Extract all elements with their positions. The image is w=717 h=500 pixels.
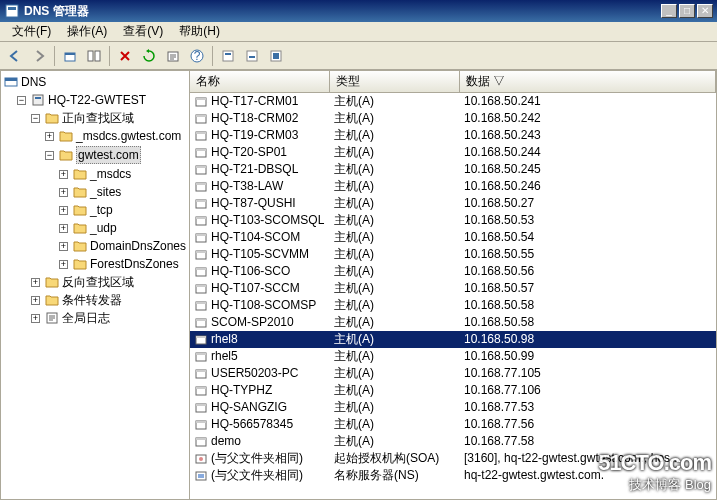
record-row[interactable]: HQ-T108-SCOMSP主机(A)10.168.50.58	[190, 297, 716, 314]
expand-icon[interactable]: +	[59, 260, 68, 269]
tree-reverse-zones[interactable]: +反向查找区域	[31, 273, 189, 291]
record-type: 起始授权机构(SOA)	[330, 450, 460, 467]
expand-icon[interactable]: +	[59, 170, 68, 179]
tree-zone-gwtest[interactable]: − gwtest.com	[45, 145, 189, 165]
column-name[interactable]: 名称	[190, 71, 330, 92]
expand-icon[interactable]: +	[59, 206, 68, 215]
record-name: HQ-T18-CRM02	[211, 110, 298, 127]
tree-global-logs[interactable]: +全局日志	[31, 309, 189, 327]
menu-help[interactable]: 帮助(H)	[171, 21, 228, 42]
record-data: 10.168.77.105	[460, 365, 716, 382]
record-name: HQ-T21-DBSQL	[211, 161, 298, 178]
record-row[interactable]: HQ-T107-SCCM主机(A)10.168.50.57	[190, 280, 716, 297]
record-row[interactable]: HQ-SANGZIG主机(A)10.168.77.53	[190, 399, 716, 416]
folder-icon	[72, 166, 88, 182]
record-name: HQ-T104-SCOM	[211, 229, 300, 246]
show-hide-button[interactable]	[83, 45, 105, 67]
maximize-button[interactable]: □	[679, 4, 695, 18]
tree-sub-domainzones[interactable]: +DomainDnsZones	[59, 237, 189, 255]
tree-msdcs-zone[interactable]: + _msdcs.gwtest.com	[45, 127, 189, 145]
refresh-button[interactable]	[138, 45, 160, 67]
menu-view[interactable]: 查看(V)	[115, 21, 171, 42]
record-row[interactable]: HQ-TYPHZ主机(A)10.168.77.106	[190, 382, 716, 399]
record-icon	[194, 248, 208, 262]
record-icon	[194, 197, 208, 211]
svg-rect-9	[223, 51, 233, 61]
record-row[interactable]: HQ-566578345主机(A)10.168.77.56	[190, 416, 716, 433]
record-type: 主机(A)	[330, 433, 460, 450]
collapse-icon[interactable]: −	[17, 96, 26, 105]
delete-button[interactable]	[114, 45, 136, 67]
expand-icon[interactable]: +	[45, 132, 54, 141]
record-type: 主机(A)	[330, 195, 460, 212]
record-row[interactable]: rhel5主机(A)10.168.50.99	[190, 348, 716, 365]
tree-root-dns[interactable]: DNS	[3, 73, 189, 91]
minimize-button[interactable]: _	[661, 4, 677, 18]
tree-conditional-forwarders[interactable]: +条件转发器	[31, 291, 189, 309]
forward-button[interactable]	[28, 45, 50, 67]
record-name: HQ-T87-QUSHI	[211, 195, 296, 212]
record-row[interactable]: HQ-T104-SCOM主机(A)10.168.50.54	[190, 229, 716, 246]
record-name: SCOM-SP2010	[211, 314, 294, 331]
tree-server[interactable]: − HQ-T22-GWTEST	[17, 91, 189, 109]
export-button[interactable]	[162, 45, 184, 67]
expand-icon[interactable]: +	[59, 188, 68, 197]
menu-action[interactable]: 操作(A)	[59, 21, 115, 42]
record-name: HQ-TYPHZ	[211, 382, 272, 399]
record-row[interactable]: HQ-T17-CRM01主机(A)10.168.50.241	[190, 93, 716, 110]
record-data: 10.168.50.56	[460, 263, 716, 280]
svg-rect-65	[198, 474, 204, 478]
collapse-icon[interactable]: −	[45, 151, 54, 160]
tree-sub-msdcs[interactable]: +_msdcs	[59, 165, 189, 183]
record-row[interactable]: USER50203-PC主机(A)10.168.77.105	[190, 365, 716, 382]
record-row[interactable]: HQ-T18-CRM02主机(A)10.168.50.242	[190, 110, 716, 127]
back-button[interactable]	[4, 45, 26, 67]
list-pane[interactable]: 名称 类型 数据 ▽ HQ-T17-CRM01主机(A)10.168.50.24…	[190, 70, 717, 500]
filter-button-1[interactable]	[217, 45, 239, 67]
svg-rect-45	[196, 302, 206, 304]
expand-icon[interactable]: +	[31, 278, 40, 287]
menu-file[interactable]: 文件(F)	[4, 21, 59, 42]
expand-icon[interactable]: +	[31, 296, 40, 305]
record-type: 主机(A)	[330, 314, 460, 331]
record-row[interactable]: HQ-T20-SP01主机(A)10.168.50.244	[190, 144, 716, 161]
help-button[interactable]: ?	[186, 45, 208, 67]
log-icon	[44, 310, 60, 326]
collapse-icon[interactable]: −	[31, 114, 40, 123]
column-type[interactable]: 类型	[330, 71, 460, 92]
record-row[interactable]: HQ-T21-DBSQL主机(A)10.168.50.245	[190, 161, 716, 178]
expand-icon[interactable]: +	[59, 224, 68, 233]
record-row[interactable]: HQ-T103-SCOMSQL主机(A)10.168.50.53	[190, 212, 716, 229]
folder-icon	[72, 256, 88, 272]
column-data[interactable]: 数据 ▽	[460, 71, 716, 92]
tree-sub-tcp[interactable]: +_tcp	[59, 201, 189, 219]
expand-icon[interactable]: +	[31, 314, 40, 323]
record-row[interactable]: HQ-T105-SCVMM主机(A)10.168.50.55	[190, 246, 716, 263]
filter-button-3[interactable]	[265, 45, 287, 67]
tree-sub-udp[interactable]: +_udp	[59, 219, 189, 237]
record-row[interactable]: rhel8主机(A)10.168.50.98	[190, 331, 716, 348]
title-bar: DNS 管理器 _ □ ✕	[0, 0, 717, 22]
tree-forward-zones[interactable]: − 正向查找区域	[31, 109, 189, 127]
up-button[interactable]	[59, 45, 81, 67]
record-name: HQ-T106-SCO	[211, 263, 290, 280]
tree-pane[interactable]: DNS − HQ-T22-GWTEST	[0, 70, 190, 500]
tree-sub-forestzones[interactable]: +ForestDnsZones	[59, 255, 189, 273]
folder-icon	[44, 110, 60, 126]
svg-rect-59	[196, 421, 206, 423]
record-row[interactable]: demo主机(A)10.168.77.58	[190, 433, 716, 450]
record-row[interactable]: SCOM-SP2010主机(A)10.168.50.58	[190, 314, 716, 331]
svg-rect-53	[196, 370, 206, 372]
close-button[interactable]: ✕	[697, 4, 713, 18]
tree-sub-sites[interactable]: +_sites	[59, 183, 189, 201]
server-icon	[30, 92, 46, 108]
svg-rect-33	[196, 200, 206, 202]
record-type: 主机(A)	[330, 280, 460, 297]
record-icon	[194, 333, 208, 347]
record-row[interactable]: HQ-T106-SCO主机(A)10.168.50.56	[190, 263, 716, 280]
record-row[interactable]: HQ-T19-CRM03主机(A)10.168.50.243	[190, 127, 716, 144]
filter-button-2[interactable]	[241, 45, 263, 67]
expand-icon[interactable]: +	[59, 242, 68, 251]
record-row[interactable]: HQ-T87-QUSHI主机(A)10.168.50.27	[190, 195, 716, 212]
record-row[interactable]: HQ-T38-LAW主机(A)10.168.50.246	[190, 178, 716, 195]
